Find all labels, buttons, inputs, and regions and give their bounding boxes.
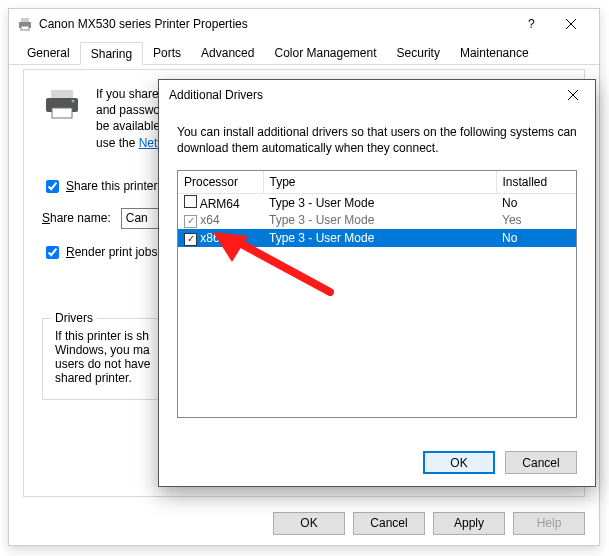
share-printer-label: Share this printer [66, 179, 157, 193]
row-checkbox[interactable] [184, 233, 197, 246]
row-installed: Yes [496, 211, 576, 229]
ok-button[interactable]: OK [273, 512, 345, 535]
render-jobs-checkbox[interactable] [46, 246, 59, 259]
tab-ports[interactable]: Ports [143, 42, 191, 65]
row-type: Type 3 - User Mode [263, 193, 496, 211]
svg-text:?: ? [528, 19, 535, 29]
row-type: Type 3 - User Mode [263, 229, 496, 247]
printer-large-icon [42, 86, 82, 122]
tab-general[interactable]: General [17, 42, 80, 65]
tab-security[interactable]: Security [387, 42, 450, 65]
tab-color-management[interactable]: Color Management [264, 42, 386, 65]
child-ok-button[interactable]: OK [423, 451, 495, 474]
row-proc: x64 [200, 213, 219, 227]
child-close-button[interactable] [550, 80, 595, 110]
drivers-table: Processor Type Installed ARM64Type 3 - U… [178, 171, 576, 247]
row-proc: x86 [200, 231, 219, 245]
parent-titlebar: Canon MX530 series Printer Properties ? [9, 9, 599, 39]
share-name-label: Share name: [42, 211, 111, 225]
col-installed[interactable]: Installed [496, 171, 576, 193]
table-row[interactable]: x64Type 3 - User ModeYes [178, 211, 576, 229]
col-processor[interactable]: Processor [178, 171, 263, 193]
tab-advanced[interactable]: Advanced [191, 42, 264, 65]
svg-rect-8 [52, 108, 72, 118]
close-titlebar-button[interactable] [551, 10, 591, 38]
row-installed: No [496, 193, 576, 211]
drivers-group-title: Drivers [51, 311, 97, 325]
row-checkbox[interactable] [184, 215, 197, 228]
help-button[interactable]: Help [513, 512, 585, 535]
table-row[interactable]: ARM64Type 3 - User ModeNo [178, 193, 576, 211]
help-titlebar-button[interactable]: ? [511, 10, 551, 38]
tab-maintenance[interactable]: Maintenance [450, 42, 539, 65]
parent-title: Canon MX530 series Printer Properties [39, 17, 511, 31]
tab-sharing[interactable]: Sharing [80, 42, 143, 65]
svg-rect-7 [51, 90, 73, 98]
child-message: You can install additional drivers so th… [177, 124, 577, 156]
row-type: Type 3 - User Mode [263, 211, 496, 229]
row-checkbox[interactable] [184, 195, 197, 208]
printer-icon [17, 16, 33, 32]
table-row[interactable]: x86Type 3 - User ModeNo [178, 229, 576, 247]
apply-button[interactable]: Apply [433, 512, 505, 535]
drivers-table-wrap: Processor Type Installed ARM64Type 3 - U… [177, 170, 577, 418]
parent-buttons: OK Cancel Apply Help [9, 501, 599, 545]
svg-rect-2 [21, 26, 29, 30]
svg-rect-1 [21, 18, 29, 22]
cancel-button[interactable]: Cancel [353, 512, 425, 535]
child-cancel-button[interactable]: Cancel [505, 451, 577, 474]
row-proc: ARM64 [200, 197, 240, 211]
child-buttons: OK Cancel [423, 451, 577, 474]
svg-point-9 [72, 100, 75, 103]
additional-drivers-dialog: Additional Drivers You can install addit… [158, 79, 596, 487]
row-installed: No [496, 229, 576, 247]
tabs: General Sharing Ports Advanced Color Man… [9, 41, 599, 65]
render-jobs-label: Render print jobs [66, 245, 157, 259]
col-type[interactable]: Type [263, 171, 496, 193]
share-printer-checkbox[interactable] [46, 180, 59, 193]
child-titlebar: Additional Drivers [159, 80, 595, 110]
child-title: Additional Drivers [159, 88, 550, 102]
